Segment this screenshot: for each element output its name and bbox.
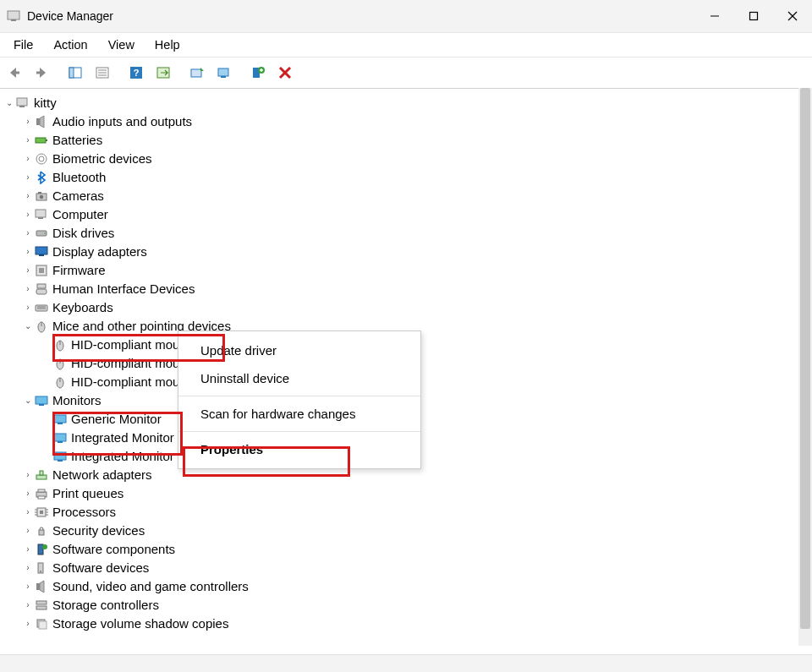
- menu-view[interactable]: View: [100, 36, 143, 54]
- tree-device-label: Integrated Monitor: [71, 429, 174, 447]
- maximize-button[interactable]: [734, 0, 773, 32]
- tree-category-label: Human Interface Devices: [52, 280, 195, 298]
- expand-arrow-icon[interactable]: ›: [22, 503, 34, 522]
- expand-arrow-icon[interactable]: ›: [22, 187, 34, 205]
- tree-category-label: Storage volume shadow copies: [52, 615, 228, 633]
- app-icon: [7, 9, 20, 23]
- toolbar-add-device-button[interactable]: [245, 60, 271, 85]
- expand-arrow-icon[interactable]: ›: [22, 540, 34, 559]
- expand-arrow-icon[interactable]: ›: [22, 559, 34, 577]
- tree-device-label: Generic Monitor: [71, 410, 162, 429]
- tree-category[interactable]: ›Firmware: [3, 261, 812, 280]
- context-menu-separator: [178, 396, 420, 396]
- scrollbar-thumb[interactable]: [800, 88, 810, 629]
- tree-category-label: Sound, video and game controllers: [52, 577, 249, 596]
- toolbar-uninstall-device-button[interactable]: [272, 60, 298, 85]
- biometric-icon: [34, 151, 49, 167]
- context-menu-item[interactable]: Update driver: [178, 336, 420, 364]
- tree-category[interactable]: ›Batteries: [3, 131, 812, 150]
- title-bar: Device Manager: [0, 0, 812, 33]
- svg-rect-19: [221, 76, 226, 78]
- expand-arrow-icon[interactable]: ⌄: [22, 317, 34, 336]
- expand-arrow-icon[interactable]: ›: [22, 298, 34, 317]
- computer-icon: [15, 96, 30, 111]
- expand-arrow-icon[interactable]: ›: [22, 280, 34, 298]
- vertical-scrollbar[interactable]: [798, 88, 812, 646]
- hid-icon: [34, 281, 49, 297]
- computer-icon: [34, 207, 49, 222]
- expand-arrow-icon[interactable]: ›: [22, 224, 34, 243]
- tree-category[interactable]: ›Disk drives: [3, 224, 812, 243]
- shadow-icon: [34, 616, 49, 631]
- tree-category-label: Bluetooth: [52, 168, 106, 187]
- tree-category[interactable]: ›Storage volume shadow copies: [3, 615, 812, 633]
- tree-category[interactable]: ›Print queues: [3, 484, 812, 503]
- tree-category[interactable]: ›Display adapters: [3, 243, 812, 261]
- toolbar-scan-hardware-button[interactable]: [211, 60, 237, 85]
- tree-category[interactable]: ›Audio inputs and outputs: [3, 112, 812, 131]
- tree-category-label: Keyboards: [52, 298, 113, 317]
- tree-category[interactable]: ›Computer: [3, 205, 812, 224]
- toolbar-properties-button[interactable]: [90, 60, 115, 85]
- toolbar-back-button[interactable]: [2, 60, 27, 85]
- tree-category-label: Security devices: [52, 522, 145, 540]
- tree-category[interactable]: ›Sound, video and game controllers: [3, 577, 812, 596]
- minimize-button[interactable]: [695, 0, 734, 32]
- tree-category-label: Print queues: [52, 484, 123, 503]
- menu-bar: File Action View Help: [0, 33, 812, 57]
- expand-arrow-icon[interactable]: ›: [22, 596, 34, 615]
- tree-category[interactable]: ›Bluetooth: [3, 168, 812, 187]
- tree-category[interactable]: ›Cameras: [3, 187, 812, 205]
- svg-rect-0: [8, 11, 19, 19]
- svg-rect-9: [69, 68, 74, 78]
- menu-file[interactable]: File: [5, 36, 41, 54]
- tree-root[interactable]: ⌄kitty: [3, 94, 812, 112]
- expand-arrow-icon[interactable]: ⌄: [3, 94, 15, 112]
- expand-arrow-icon[interactable]: ›: [22, 131, 34, 150]
- tree-category[interactable]: ›Software components: [3, 540, 812, 559]
- tree-category[interactable]: ›Software devices: [3, 559, 812, 577]
- tree-category[interactable]: ›Human Interface Devices: [3, 280, 812, 298]
- context-menu-item[interactable]: Uninstall device: [178, 364, 420, 392]
- toolbar-update-driver-button[interactable]: [184, 60, 210, 85]
- firmware-icon: [34, 263, 49, 278]
- tree-category[interactable]: ›Biometric devices: [3, 150, 812, 168]
- toolbar-forward-button[interactable]: [29, 60, 54, 85]
- expand-arrow-icon[interactable]: ›: [22, 261, 34, 280]
- tree-category-label: Network adapters: [52, 466, 152, 484]
- menu-action[interactable]: Action: [45, 36, 96, 54]
- expand-arrow-icon[interactable]: ›: [22, 466, 34, 484]
- context-menu-item[interactable]: Properties: [178, 435, 420, 463]
- tree-category-label: Software devices: [52, 559, 149, 577]
- tree-category-label: Batteries: [52, 131, 102, 150]
- speaker-icon: [34, 114, 49, 129]
- expand-arrow-icon[interactable]: ›: [22, 168, 34, 187]
- expand-arrow-icon[interactable]: ›: [22, 243, 34, 261]
- expand-arrow-icon[interactable]: ›: [22, 150, 34, 168]
- tree-category[interactable]: ›Storage controllers: [3, 596, 812, 615]
- tree-category[interactable]: ›Processors: [3, 503, 812, 522]
- toolbar-help-button[interactable]: ?: [123, 60, 149, 85]
- expand-arrow-icon[interactable]: ›: [22, 615, 34, 633]
- tree-device-label: HID-compliant mouse: [71, 373, 193, 391]
- expand-arrow-icon[interactable]: ⌄: [22, 391, 34, 410]
- camera-icon: [34, 188, 49, 204]
- svg-rect-1: [11, 19, 16, 21]
- menu-help[interactable]: Help: [146, 36, 189, 54]
- tree-category-label: Cameras: [52, 187, 104, 205]
- expand-arrow-icon[interactable]: ›: [22, 577, 34, 596]
- expand-arrow-icon[interactable]: ›: [22, 112, 34, 131]
- tree-device-label: Integrated Monitor: [71, 447, 174, 466]
- svg-rect-6: [15, 72, 19, 74]
- toolbar-action-button[interactable]: [151, 60, 176, 85]
- close-button[interactable]: [773, 0, 812, 32]
- expand-arrow-icon[interactable]: ›: [22, 205, 34, 224]
- context-menu-item[interactable]: Scan for hardware changes: [178, 400, 420, 428]
- tree-category-label: Software components: [52, 540, 175, 559]
- toolbar-show-hide-console-tree-button[interactable]: [63, 60, 88, 85]
- tree-category-label: Biometric devices: [52, 150, 152, 168]
- tree-category[interactable]: ›Security devices: [3, 522, 812, 540]
- expand-arrow-icon[interactable]: ›: [22, 522, 34, 540]
- tree-category[interactable]: ›Keyboards: [3, 298, 812, 317]
- expand-arrow-icon[interactable]: ›: [22, 484, 34, 503]
